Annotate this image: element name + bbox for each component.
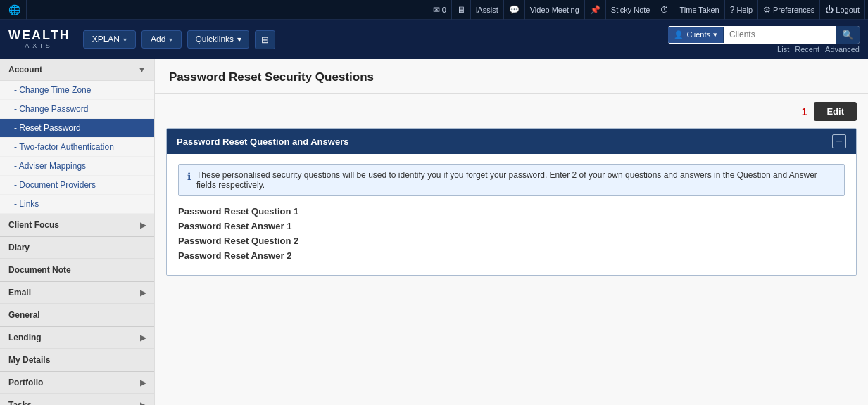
xplan-caret: ▾ [123,36,127,44]
info-text: These personalised security questions wi… [196,170,836,190]
search-client-selector[interactable]: 👤 Clients ▾ [668,27,724,43]
messages-nav-item[interactable]: ✉ 0 [428,0,452,20]
content-body: 1 Edit Password Reset Question and Answe… [155,94,868,284]
change-password-label: - Change Password [14,104,88,114]
email-label: Email [8,288,31,297]
portfolio-expand-icon: ▶ [140,378,146,387]
client-focus-label: Client Focus [8,220,59,230]
add-button[interactable]: Add ▾ [141,30,182,49]
preferences-label: Preferences [773,6,814,14]
logo-line1: WEALTH [8,29,70,43]
sidebar-section-client-focus[interactable]: Client Focus ▶ [0,214,154,236]
sidebar-item-links[interactable]: - Links [0,195,154,214]
sidebar-section-portfolio[interactable]: Portfolio ▶ [0,371,154,394]
quicklinks-caret: ▾ [237,34,241,44]
sidebar: Account ▼ - Change Time Zone - Change Pa… [0,59,155,405]
field-answer-1: Password Reset Answer 1 [178,221,845,231]
qa-body: ℹ These personalised security questions … [167,154,856,275]
tasks-expand-icon: ▶ [140,401,146,406]
adviser-mappings-label: - Adviser Mappings [14,161,86,171]
search-type-label: Clients [686,30,710,39]
sidebar-item-document-providers[interactable]: - Document Providers [0,176,154,195]
person-icon: 👤 [674,30,684,39]
sticky-note-icon: 📌 [590,5,600,15]
help-label: Help [736,6,753,14]
add-label: Add [151,34,165,44]
logo: WEALTH — AXIS — [8,29,70,50]
account-collapse-icon: ▼ [138,65,146,74]
quicklinks-button[interactable]: Quicklinks ▾ [187,30,249,49]
document-providers-label: - Document Providers [14,180,96,190]
sidebar-section-account[interactable]: Account ▼ [0,59,154,81]
header-right: 👤 Clients ▾ 🔍 List Recent Advanced [668,26,860,53]
list-link[interactable]: List [777,45,789,53]
info-box: ℹ These personalised security questions … [178,164,845,196]
recent-link[interactable]: Recent [795,45,819,53]
reset-password-label: - Reset Password [14,123,81,133]
qa-collapse-button[interactable]: − [832,134,846,148]
search-button[interactable]: 🔍 [836,26,860,44]
sidebar-item-change-password[interactable]: - Change Password [0,100,154,119]
globe-icon[interactable]: 🌐 [3,0,27,20]
preferences-nav-item[interactable]: ⚙ Preferences [758,0,820,20]
sidebar-item-change-timezone[interactable]: - Change Time Zone [0,81,154,100]
sticky-icon-item[interactable]: 📌 [585,0,606,20]
xplan-button[interactable]: XPLAN ▾ [83,30,136,49]
sidebar-section-my-details[interactable]: My Details [0,349,154,371]
search-input[interactable] [724,26,836,43]
field-question-1: Password Reset Question 1 [178,206,845,217]
screen-icon-item[interactable]: 🖥 [452,0,471,20]
email-expand-icon: ▶ [140,288,146,297]
portfolio-label: Portfolio [8,378,43,387]
search-links: List Recent Advanced [777,45,860,53]
minus-icon: − [836,136,842,147]
time-icon-item[interactable]: ⏱ [655,0,674,20]
help-icon: ? [730,5,735,15]
sidebar-item-adviser-mappings[interactable]: - Adviser Mappings [0,157,154,176]
content-area: Password Reset Security Questions 1 Edit… [155,59,868,405]
search-wrapper: 👤 Clients ▾ 🔍 List Recent Advanced [668,26,860,53]
grid-icon: ⊞ [261,34,269,45]
chat-icon-item[interactable]: 💬 [504,0,525,20]
video-meeting-label: Video Meeting [530,6,579,14]
screen-icon: 🖥 [457,5,465,15]
time-taken-nav-item[interactable]: Time Taken [674,0,724,20]
top-nav-left: 🌐 [3,0,27,20]
advanced-link[interactable]: Advanced [825,45,860,53]
general-label: General [8,310,40,320]
sidebar-section-general[interactable]: General [0,304,154,326]
sidebar-item-reset-password[interactable]: - Reset Password [0,119,154,138]
two-factor-label: - Two-factor Authentication [14,142,114,152]
sidebar-section-diary[interactable]: Diary [0,236,154,259]
sidebar-item-two-factor[interactable]: - Two-factor Authentication [0,138,154,157]
search-box: 👤 Clients ▾ 🔍 [668,26,860,44]
quicklinks-label: Quicklinks [195,34,234,44]
logout-nav-item[interactable]: ⏻ Logout [820,0,865,20]
search-type-caret: ▾ [713,30,717,39]
iassist-nav-item[interactable]: iAssist [471,0,504,20]
xplan-label: XPLAN [92,34,120,44]
power-icon: ⏻ [825,5,834,15]
edit-button[interactable]: Edit [814,102,857,121]
links-label: - Links [14,199,39,209]
iassist-label: iAssist [476,6,498,14]
header-left: WEALTH — AXIS — XPLAN ▾ Add ▾ Quicklinks… [8,29,275,50]
clock-icon: ⏱ [660,5,669,15]
sidebar-section-email[interactable]: Email ▶ [0,281,154,304]
change-timezone-label: - Change Time Zone [14,85,91,95]
logout-label: Logout [836,6,860,14]
video-meeting-nav-item[interactable]: Video Meeting [525,0,585,20]
time-taken-label: Time Taken [679,6,719,14]
help-nav-item[interactable]: ? Help [725,0,758,20]
sidebar-section-tasks[interactable]: Tasks ▶ [0,394,154,405]
gear-icon: ⚙ [763,5,771,15]
top-nav-bar: 🌐 ✉ 0 🖥 iAssist 💬 Video Meeting 📌 Sticky… [0,0,868,20]
sidebar-section-lending[interactable]: Lending ▶ [0,326,154,349]
chat-icon: 💬 [509,5,520,15]
messages-count: 0 [442,6,446,14]
search-icon: 🔍 [842,30,854,40]
grid-button[interactable]: ⊞ [255,30,275,49]
sidebar-section-document-note[interactable]: Document Note [0,259,154,281]
qa-section-header: Password Reset Question and Answers − [167,129,856,154]
sticky-note-nav-item[interactable]: Sticky Note [606,0,656,20]
